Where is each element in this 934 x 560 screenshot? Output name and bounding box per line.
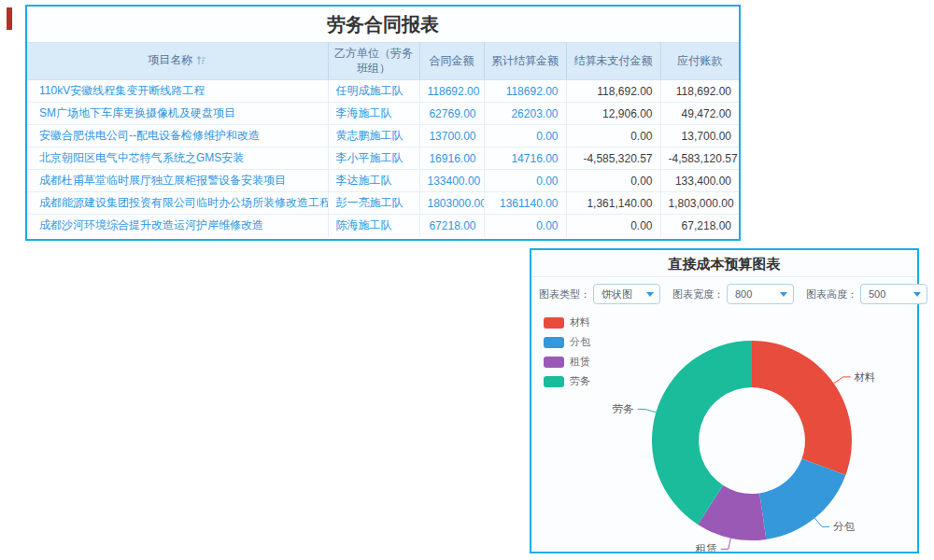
slice-callout-label: 租赁 [695, 543, 718, 552]
settled-amount-cell: 1361140.00 [484, 192, 566, 215]
team-cell[interactable]: 李小平施工队 [328, 147, 419, 170]
callout-line [638, 409, 657, 412]
legend-swatch [544, 376, 564, 387]
table-row: 110kV安徽线程集变开断线路工程任明成施工队118692.00118692.0… [27, 80, 739, 103]
sort-icon[interactable] [196, 55, 206, 70]
project-name-cell[interactable]: 成都能源建设集团投资有限公司临时办公场所装修改造工程EPC [27, 192, 328, 215]
project-name-cell[interactable]: 成都沙河环境综合提升改造运河护岸维修改造 [27, 215, 328, 237]
pie-slice-材料[interactable] [752, 341, 852, 475]
callout-line [814, 518, 829, 526]
settled-amount-cell: 0.00 [484, 170, 566, 192]
chart-height-value: 500 [869, 288, 885, 300]
chart-height-label: 图表高度： [806, 287, 857, 301]
unpaid-amount-cell: 12,906.00 [566, 103, 660, 125]
payable-cell: 49,472.00 [660, 103, 739, 125]
chart-type-select[interactable]: 饼状图 [593, 284, 660, 304]
contract-amount-cell: 62769.00 [419, 103, 484, 125]
legend-swatch [544, 337, 564, 348]
chart-width-value: 800 [735, 288, 752, 300]
legend-label: 租赁 [570, 355, 590, 369]
chart-type-value: 饼状图 [601, 288, 632, 300]
settled-amount-cell: 0.00 [484, 215, 566, 237]
project-name-cell[interactable]: SM广场地下车库更换摄像机及硬盘项目 [27, 103, 328, 125]
dropdown-caret-icon [780, 292, 787, 297]
table-row: 成都能源建设集团投资有限公司临时办公场所装修改造工程EPC彭一亮施工队18030… [27, 192, 739, 215]
settled-amount-cell: 118692.00 [484, 80, 566, 103]
settled-amount-cell: 0.00 [484, 125, 566, 147]
chart-title: 直接成本预算图表 [531, 250, 917, 277]
contract-amount-cell: 13700.00 [419, 125, 484, 147]
chart-type-group: 图表类型：饼状图 [539, 284, 660, 304]
payable-cell: 67,218.00 [660, 215, 739, 237]
table-row: 安徽合肥供电公司--配电设备检修维护和改造黄志鹏施工队13700.000.000… [27, 125, 739, 147]
callout-line [834, 377, 851, 384]
contract-amount-cell: 1803000.00 [419, 192, 484, 215]
legend-item[interactable]: 材料 [544, 315, 590, 329]
chart-width-label: 图表宽度： [672, 287, 724, 301]
payable-cell: 13,700.00 [660, 125, 739, 147]
legend-item[interactable]: 租赁 [544, 355, 590, 369]
chart-height-group: 图表高度：500 [806, 284, 927, 304]
column-header-unpaid-amount: 结算未支付金额 [566, 43, 660, 80]
chart-width-select[interactable]: 800 [727, 284, 794, 304]
table-row: 北京朝阳区电气中芯特气系统之GMS安装李小平施工队16916.0014716.0… [27, 147, 739, 170]
legend-label: 材料 [570, 315, 590, 329]
red-marker [7, 7, 12, 30]
chart-panel: 直接成本预算图表 图表类型：饼状图图表宽度：800图表高度：500 材料分包租赁… [530, 248, 919, 553]
slice-callout-label: 分包 [833, 521, 856, 532]
unpaid-amount-cell: 0.00 [566, 170, 660, 192]
chart-legend: 材料分包租赁劳务 [544, 315, 590, 388]
legend-swatch [544, 317, 564, 329]
legend-item[interactable]: 分包 [544, 335, 590, 349]
column-header-project-name[interactable]: 项目名称 [27, 43, 328, 80]
slice-callout-label: 劳务 [613, 403, 634, 414]
team-cell[interactable]: 彭一亮施工队 [328, 192, 419, 215]
payable-cell: 1,803,000.00 [660, 192, 739, 215]
team-cell[interactable]: 黄志鹏施工队 [328, 125, 419, 147]
legend-label: 劳务 [570, 374, 590, 388]
team-cell[interactable]: 陈海施工队 [328, 215, 419, 237]
contract-amount-cell: 118692.00 [419, 80, 484, 103]
dropdown-caret-icon [913, 292, 921, 297]
chart-height-select[interactable]: 500 [860, 284, 927, 304]
payable-cell: 118,692.00 [660, 80, 739, 103]
chart-width-group: 图表宽度：800 [672, 284, 794, 304]
column-header-contractor: 乙方单位（劳务班组） [328, 43, 419, 80]
project-name-cell[interactable]: 110kV安徽线程集变开断线路工程 [27, 80, 328, 103]
table-row: 成都沙河环境综合提升改造运河护岸维修改造陈海施工队67218.000.000.0… [27, 215, 739, 237]
legend-label: 分包 [570, 335, 590, 349]
team-cell[interactable]: 李达施工队 [328, 170, 419, 192]
column-header-contract-amount: 合同金额 [419, 43, 484, 80]
team-cell[interactable]: 任明成施工队 [328, 80, 419, 103]
settled-amount-cell: 14716.00 [484, 147, 566, 170]
chart-controls: 图表类型：饼状图图表宽度：800图表高度：500 [531, 277, 917, 310]
unpaid-amount-cell: 118,692.00 [566, 80, 660, 103]
callout-line [721, 539, 731, 550]
unpaid-amount-cell: 0.00 [566, 215, 660, 237]
payable-cell: 133,400.00 [660, 170, 739, 192]
dropdown-caret-icon [646, 292, 654, 297]
chart-type-label: 图表类型： [539, 287, 590, 301]
project-name-cell[interactable]: 安徽合肥供电公司--配电设备检修维护和改造 [27, 125, 328, 147]
column-header-payable: 应付账款 [660, 43, 739, 80]
pie-slice-分包[interactable] [759, 459, 845, 539]
settled-amount-cell: 26203.00 [484, 103, 566, 125]
project-name-cell[interactable]: 成都杜甫草堂临时展厅独立展柜报警设备安装项目 [27, 170, 328, 192]
table-row: SM广场地下车库更换摄像机及硬盘项目李海施工队62769.0026203.001… [27, 103, 739, 125]
contracts-table: 项目名称 乙方单位（劳务班组） 合同金额 累计结算金额 结算未支付金额 应付账款… [27, 42, 739, 237]
project-name-cell[interactable]: 北京朝阳区电气中芯特气系统之GMS安装 [27, 147, 328, 170]
unpaid-amount-cell: 1,361,140.00 [566, 192, 660, 215]
legend-swatch [544, 357, 564, 368]
team-cell[interactable]: 李海施工队 [328, 103, 419, 125]
contract-amount-cell: 133400.00 [419, 170, 484, 192]
slice-callout-label: 材料 [855, 371, 876, 383]
report-panel: 劳务合同报表 项目名称 乙方单位（劳务班组） 合同金额 累计结算金额 结算未支付… [25, 5, 741, 241]
contract-amount-cell: 67218.00 [419, 215, 484, 237]
unpaid-amount-cell: -4,585,320.57 [566, 147, 660, 170]
table-row: 成都杜甫草堂临时展厅独立展柜报警设备安装项目李达施工队133400.000.00… [27, 170, 739, 192]
unpaid-amount-cell: 0.00 [566, 125, 660, 147]
payable-cell: -4,583,120.57 [660, 147, 739, 170]
column-header-settled-amount: 累计结算金额 [484, 43, 566, 80]
legend-item[interactable]: 劳务 [544, 374, 590, 388]
report-title: 劳务合同报表 [27, 7, 739, 42]
